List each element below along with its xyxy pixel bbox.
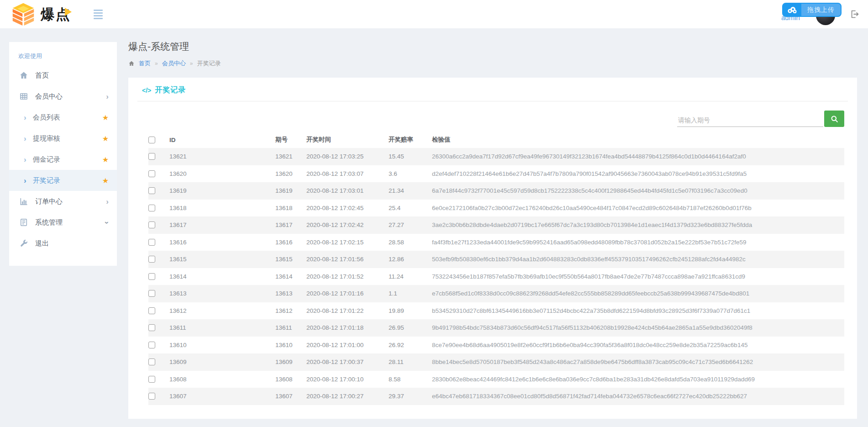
cell-time: 2020-08-12 17:01:52 (306, 273, 389, 280)
search-row (148, 111, 844, 127)
cell-issue: 13615 (275, 256, 306, 263)
content-card: </> 开奖记录 ID 期 (128, 78, 857, 419)
sidebar-item-withdraw-audit[interactable]: ›提现审核★ (9, 128, 117, 149)
breadcrumb-home-link[interactable]: 首页 (139, 59, 151, 68)
column-header-odds: 开奖赔率 (389, 136, 432, 144)
cell-issue: 13612 (275, 307, 306, 314)
menu-toggle-icon[interactable] (94, 10, 103, 19)
cell-hash: b534529310d27c8bf61345449616bb3e071152d4… (432, 307, 844, 314)
breadcrumb-separator: » (190, 60, 193, 67)
sidebar-item-member-list[interactable]: ›会员列表★ (9, 107, 117, 128)
cell-id: 13617 (169, 221, 275, 228)
cell-issue: 13613 (275, 290, 306, 297)
chevron-right-icon: › (24, 135, 26, 142)
row-checkbox[interactable] (148, 153, 155, 160)
sidebar-item-logout[interactable]: 退出 (9, 233, 117, 254)
table-row: 13611136112020-08-12 17:01:1826.959b4917… (148, 319, 844, 337)
row-checkbox[interactable] (148, 187, 155, 194)
issue-search-input[interactable] (677, 114, 823, 127)
row-checkbox[interactable] (148, 256, 155, 263)
cell-id: 13619 (169, 187, 275, 194)
cell-odds: 28.58 (389, 239, 432, 246)
cell-id: 13609 (169, 358, 275, 365)
app-logo[interactable]: 爆点 (11, 3, 71, 26)
cell-hash: e64bc47eb681718334367c08ee01cd80f5d8d568… (432, 393, 844, 400)
cell-hash: 3ae2c3b0b6b28dbde4daeb2d0719bc17e665f67d… (432, 221, 844, 228)
cell-hash: 9b491798b54bdc75834b873d60c56df94c517fa5… (432, 324, 844, 331)
table-row: 13612136122020-08-12 17:01:2219.89b53452… (148, 302, 844, 320)
row-checkbox[interactable] (148, 290, 155, 297)
grid-icon (18, 92, 29, 101)
sidebar-item-commission-records[interactable]: ›佣金记录★ (9, 149, 117, 170)
cell-id: 13614 (169, 273, 275, 280)
cell-time: 2020-08-12 17:01:22 (306, 307, 389, 314)
table-row: 13608136082020-08-12 17:00:108.582830b06… (148, 371, 844, 388)
sidebar-item-home[interactable]: 首页 (9, 65, 117, 86)
logout-icon[interactable] (850, 9, 860, 19)
cell-hash: 503efb9fb508380ef6cb1bb379d4aa1b2d604883… (432, 256, 844, 263)
cell-odds: 11.24 (389, 273, 432, 280)
cell-hash: 8ce7e90ee4b68d6aa4905019e8f2e60ccf9f1b6b… (432, 342, 844, 348)
row-checkbox[interactable] (148, 170, 155, 177)
cell-id: 13612 (169, 307, 275, 314)
code-icon: </> (142, 87, 151, 94)
card-header: </> 开奖记录 (137, 78, 848, 101)
card-body: ID 期号 开奖时间 开奖赔率 检验值 13621136212020-08-12… (128, 111, 857, 419)
row-checkbox[interactable] (148, 376, 155, 383)
search-icon (830, 115, 839, 123)
row-checkbox[interactable] (148, 342, 155, 348)
sidebar-item-member-center[interactable]: 会员中心› (9, 86, 117, 107)
cell-time: 2020-08-12 17:01:56 (306, 256, 389, 263)
sidebar-item-label: 开奖记录 (33, 176, 60, 185)
cell-id: 13621 (169, 153, 275, 160)
cell-time: 2020-08-12 17:03:01 (306, 187, 389, 194)
row-checkbox[interactable] (148, 358, 155, 365)
sidebar-item-draw-records[interactable]: ›开奖记录★ (9, 170, 117, 191)
cell-odds: 29.37 (389, 393, 432, 400)
table-row: 13616136162020-08-12 17:02:1528.58fa4f3f… (148, 234, 844, 251)
records-table: ID 期号 开奖时间 开奖赔率 检验值 13621136212020-08-12… (148, 132, 844, 405)
cell-odds: 26.95 (389, 324, 432, 331)
search-button[interactable] (824, 111, 844, 127)
cell-hash: 8bbe14bec5e8d57050187beb3f5485d243a8c486… (432, 358, 844, 365)
sidebar-item-label: 退出 (35, 239, 49, 248)
column-header-time: 开奖时间 (306, 136, 389, 144)
chevron-right-icon: › (24, 114, 26, 121)
home-icon (18, 71, 29, 80)
drag-upload-button[interactable]: 拖拽上传 (782, 3, 842, 17)
sidebar-item-order-center[interactable]: 订单中心› (9, 191, 117, 212)
cell-issue: 13607 (275, 393, 306, 400)
cell-issue: 13608 (275, 376, 306, 383)
row-checkbox[interactable] (148, 393, 155, 400)
cell-issue: 13614 (275, 273, 306, 280)
table-row: 13619136192020-08-12 17:03:0121.346a7e18… (148, 182, 844, 200)
cell-issue: 13618 (275, 205, 306, 211)
cell-id: 13611 (169, 324, 275, 331)
sidebar-item-label: 提现审核 (33, 134, 60, 143)
row-checkbox[interactable] (148, 324, 155, 331)
select-all-checkbox[interactable] (148, 137, 155, 143)
cell-time: 2020-08-12 17:01:16 (306, 290, 389, 297)
cell-issue: 13617 (275, 221, 306, 228)
cell-odds: 21.34 (389, 187, 432, 194)
breadcrumb-member-center-link[interactable]: 会员中心 (162, 59, 186, 68)
cell-odds: 3.6 (389, 170, 432, 177)
row-checkbox[interactable] (148, 205, 155, 211)
row-checkbox[interactable] (148, 307, 155, 314)
cell-issue: 13620 (275, 170, 306, 177)
row-checkbox[interactable] (148, 221, 155, 228)
sidebar-item-system-management[interactable]: 系统管理› (9, 212, 117, 233)
cell-hash: fa4f3fb1e27f1233eda44001fde9c59b9952416a… (432, 239, 844, 246)
row-checkbox[interactable] (148, 239, 155, 246)
star-icon: ★ (102, 176, 109, 185)
cell-id: 13608 (169, 376, 275, 383)
cell-hash: e7cb568f5ed1c0f8338d0cc09c88623f9268dd54… (432, 290, 844, 297)
table-row: 13615136152020-08-12 17:01:5612.86503efb… (148, 251, 844, 268)
cell-id: 13613 (169, 290, 275, 297)
cell-odds: 1.1 (389, 290, 432, 297)
row-checkbox[interactable] (148, 273, 155, 280)
table-row: 13609136092020-08-12 17:00:3728.118bbe14… (148, 353, 844, 371)
sidebar-item-label: 佣金记录 (33, 155, 60, 164)
star-icon: ★ (102, 113, 109, 122)
table-row: 13617136172020-08-12 17:02:4227.273ae2c3… (148, 216, 844, 234)
